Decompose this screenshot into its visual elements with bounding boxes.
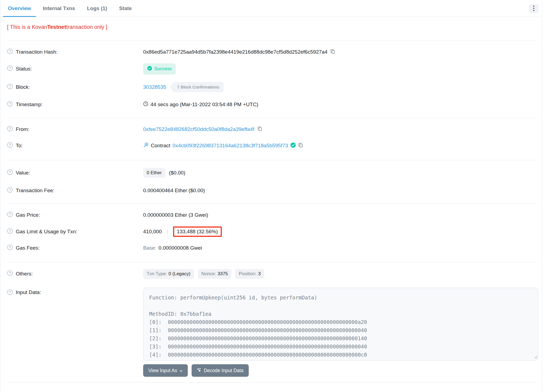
svg-text:?: ?	[9, 271, 11, 275]
block-row: ? Block: 30328535 7 Block Confirmations	[7, 82, 538, 92]
tab-bar: Overview Internal Txns Logs (1) State	[1, 0, 542, 17]
input-data-actions: View Input As Decode Input Data	[143, 364, 249, 377]
svg-text:?: ?	[9, 246, 11, 249]
decode-input-data-button[interactable]: Decode Input Data	[192, 364, 249, 377]
testnet-notice: [ This is a Kovan Testnet transaction on…	[7, 23, 107, 31]
to-label: To:	[16, 143, 23, 149]
value-row: ? Value: 0 Ether ($0.00)	[7, 168, 538, 178]
transaction-fee-value: 0.000400464 Ether ($0.00)	[143, 188, 205, 194]
chevron-down-icon	[180, 368, 183, 373]
from-row: ? From: 0xfee7522e8482682cf50ddc50a0f8da…	[7, 125, 538, 133]
txn-type-badge: Txn Type: 0 (Legacy)	[143, 269, 194, 279]
transaction-details-page: Overview Internal Txns Logs (1) State [ …	[0, 0, 544, 392]
others-row: ? Others: Txn Type: 0 (Legacy) Nonce: 33…	[7, 269, 538, 279]
position-value: 3	[258, 271, 261, 277]
verified-check-icon	[290, 142, 296, 149]
testnet-notice-prefix: [ This is a Kovan	[7, 24, 47, 30]
input-data-box[interactable]: Function: performUpkeep(uint256 id, byte…	[143, 288, 538, 361]
svg-text:?: ?	[9, 229, 11, 233]
transaction-hash-value: 0x86ed5a771e725aa94d5b7fa2398e4419e216d8…	[143, 49, 327, 55]
block-confirmations-badge: 7 Block Confirmations	[170, 82, 224, 92]
svg-text:?: ?	[9, 85, 11, 88]
gas-limit-usage-label: Gas Limit & Usage by Txn:	[16, 229, 77, 235]
zoom-in-icon[interactable]	[143, 142, 149, 149]
help-icon[interactable]: ?	[7, 142, 13, 149]
copy-icon[interactable]	[257, 126, 262, 133]
copy-icon[interactable]	[298, 142, 303, 149]
check-circle-icon	[147, 66, 152, 72]
help-icon[interactable]: ?	[7, 212, 13, 219]
resize-handle-icon[interactable]	[533, 355, 537, 360]
more-options-button[interactable]	[529, 4, 539, 13]
view-input-as-button[interactable]: View Input As	[143, 364, 188, 377]
testnet-notice-emphasis: Testnet	[47, 24, 66, 30]
help-icon[interactable]: ?	[7, 228, 13, 235]
transaction-hash-label-group: ? Transaction Hash:	[7, 48, 57, 56]
ether-value-badge: 0 Ether	[143, 168, 165, 178]
copy-icon[interactable]	[330, 49, 335, 55]
help-icon[interactable]: ?	[7, 289, 13, 296]
tab-overview[interactable]: Overview	[3, 0, 36, 17]
help-icon[interactable]: ?	[7, 65, 13, 72]
help-icon[interactable]: ?	[7, 187, 13, 194]
section-divider	[7, 203, 537, 204]
timestamp-row: ? Timestamp: 44 secs ago (Mar-11-2022 03…	[7, 101, 538, 108]
from-label: From:	[16, 126, 29, 132]
help-icon[interactable]: ?	[7, 48, 13, 56]
kebab-menu-icon	[533, 5, 534, 12]
gas-price-label: Gas Price:	[16, 212, 40, 218]
clock-icon	[143, 101, 148, 108]
nonce-key: Nonce:	[201, 271, 216, 277]
status-row: ? Status: Success	[7, 63, 538, 74]
status-badge-text: Success	[154, 66, 172, 72]
section-divider	[7, 160, 537, 160]
tab-internal-txns[interactable]: Internal Txns	[38, 0, 80, 17]
gas-limit-usage-row: ? Gas Limit & Usage by Txn: 410,000 | 13…	[7, 226, 538, 238]
from-address-link[interactable]: 0xfee7522e8482682cf50ddc50a0f8da2a39effa…	[143, 126, 254, 132]
gas-fees-row: ? Gas Fees: Base: 0.000000008 Gwei	[7, 244, 538, 252]
txn-type-key: Txn Type:	[147, 271, 167, 277]
help-icon[interactable]: ?	[7, 169, 13, 176]
help-icon[interactable]: ?	[7, 244, 13, 252]
svg-text:?: ?	[9, 213, 11, 216]
nonce-badge: Nonce: 3375	[198, 269, 232, 279]
section-divider	[7, 382, 537, 383]
status-label: Status:	[16, 66, 32, 72]
to-row: ? To: Contract 0x4cb093f226983713164a621…	[7, 141, 538, 150]
view-input-as-label: View Input As	[148, 368, 177, 373]
help-icon[interactable]: ?	[7, 126, 13, 133]
input-data-label: Input Data:	[16, 289, 41, 295]
svg-text:?: ?	[9, 188, 11, 192]
gas-fees-label: Gas Fees:	[16, 245, 40, 251]
gas-limit-value: 410,000	[143, 229, 162, 235]
help-icon[interactable]: ?	[7, 270, 13, 277]
transaction-hash-label: Transaction Hash:	[16, 49, 57, 55]
input-data-content: Function: performUpkeep(uint256 id, byte…	[143, 288, 538, 361]
gas-fees-base-label: Base:	[143, 245, 156, 251]
others-label: Others:	[16, 271, 33, 277]
timestamp-value: 44 secs ago (Mar-11-2022 03:54:48 PM +UT…	[150, 102, 258, 108]
input-data-row: ? Input Data: Function: performUpkeep(ui…	[7, 286, 538, 380]
gas-price-value: 0.000000003 Ether (3 Gwei)	[143, 212, 208, 218]
svg-text:?: ?	[9, 102, 11, 106]
svg-text:?: ?	[9, 143, 11, 147]
gas-fees-base-value: 0.000000008 Gwei	[159, 245, 202, 251]
svg-text:?: ?	[9, 66, 11, 70]
position-key: Position:	[239, 271, 256, 277]
help-icon[interactable]: ?	[7, 84, 13, 91]
tab-logs[interactable]: Logs (1)	[82, 0, 112, 17]
timestamp-label: Timestamp:	[16, 102, 43, 108]
decode-icon	[197, 367, 201, 373]
decode-input-data-label: Decode Input Data	[204, 368, 244, 373]
status-badge: Success	[143, 63, 176, 75]
svg-text:?: ?	[9, 170, 11, 174]
to-address-link[interactable]: 0x4cb093f226983713164a62138c3f718a5b595f…	[173, 143, 288, 149]
section-divider	[7, 41, 537, 41]
block-number-link[interactable]: 30328535	[143, 84, 166, 90]
card-border-left	[1, 0, 1, 392]
transaction-fee-label: Transaction Fee:	[16, 188, 54, 194]
tab-state[interactable]: State	[114, 0, 137, 17]
help-icon[interactable]: ?	[7, 101, 13, 108]
to-contract-text: Contract	[151, 143, 170, 149]
gas-limit-separator: |	[166, 229, 169, 235]
